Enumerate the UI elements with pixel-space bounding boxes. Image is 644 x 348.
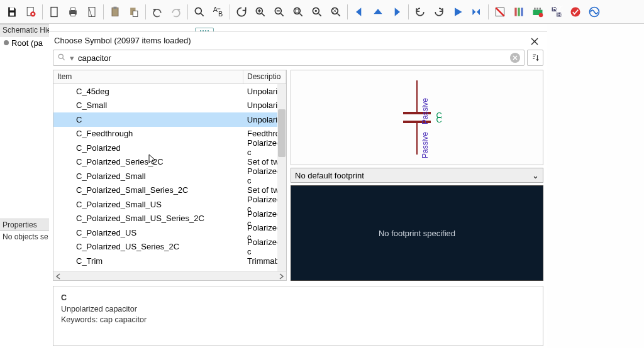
chevron-down-icon: ⌄ [532,171,539,180]
svg-point-4 [32,13,34,14]
hierarchy-root-row[interactable]: Root (pa [0,36,49,49]
scroll-left-icon[interactable] [55,273,62,280]
pin-label-bottom: C [436,115,442,124]
erc-icon[interactable] [491,3,509,21]
main-toolbar: AB R??R42 [0,0,644,24]
footprint-view-placeholder: No footprint specified [379,229,455,238]
erc-check-icon[interactable] [567,3,584,21]
column-header-description[interactable]: Descriptio [243,70,286,84]
redo-icon[interactable] [167,3,185,21]
symbol-row-name: C_Polarized_Small_US [53,200,243,209]
hierarchy-panel-header[interactable]: Schematic Hierarchy [0,24,49,36]
symbol-row-name: C_Trim [53,256,243,266]
horizontal-scrollbar[interactable] [53,271,286,280]
symbol-row[interactable]: C_PolarizedPolarized c [53,141,286,155]
zoom-auto-icon[interactable] [327,3,345,21]
scrollbar-thumb[interactable] [278,109,286,157]
symbol-list: Item Descriptio C_45degUnpolarizeC_Small… [53,70,287,281]
library-icon[interactable] [510,3,528,21]
symbol-row-name: C_Polarized [53,143,243,153]
symbol-row-name: C_Polarized_Small_Series_2C [53,185,243,195]
svg-rect-1 [10,12,14,15]
refresh-icon[interactable] [233,3,250,21]
vertical-scrollbar[interactable] [277,84,286,271]
print-icon[interactable] [64,3,82,21]
hierarchy-root-label: Root (pa [11,38,43,48]
find-icon[interactable] [191,3,208,21]
sort-button[interactable] [527,50,543,66]
zoom-fit-icon[interactable] [289,3,307,21]
svg-point-14 [195,8,201,14]
nav-right-icon[interactable] [388,3,406,21]
mirror-icon[interactable] [468,3,486,21]
page-settings-icon[interactable] [22,3,40,21]
properties-panel-header[interactable]: Properties [0,219,49,231]
symbol-row[interactable]: C_TrimTrimmable [53,254,286,268]
zoom-out-icon[interactable] [270,3,288,21]
symbol-row[interactable]: CUnpolarize [53,112,286,127]
rotate-cw-icon[interactable] [430,3,448,21]
details-description: Unpolarized capacitor [61,304,535,315]
svg-rect-11 [114,6,117,8]
close-button[interactable] [526,35,543,48]
symbol-row-name: C_Polarized_Small [53,171,243,181]
list-header: Item Descriptio [53,70,286,84]
rotate-ccw-icon[interactable] [411,3,429,21]
svg-point-39 [58,54,63,58]
svg-rect-7 [71,8,75,10]
plot-icon[interactable] [83,3,101,21]
symbol-row-name: C_45deg [53,87,243,96]
choose-symbol-dialog: Choose Symbol (20997 items loaded) ▾ Ite… [49,31,547,348]
footprint-dropdown-label: No default footprint [295,171,364,180]
search-icon [57,53,66,63]
column-header-item[interactable]: Item [53,70,243,84]
page-dot-icon [4,40,9,45]
symbol-row-name: C_Polarized_US_Series_2C [53,242,243,251]
schematic-canvas[interactable] [547,24,644,348]
dialog-title: Choose Symbol (20997 items loaded) [49,32,547,48]
symbol-row-name: C [53,115,243,124]
save-icon[interactable] [3,3,21,21]
search-input[interactable] [78,53,506,63]
details-name: C [61,293,535,304]
zoom-region-icon[interactable] [308,3,326,21]
symbol-row[interactable]: C_Polarized_US_Series_2CPolarized c [53,240,286,254]
clear-search-button[interactable] [510,53,520,63]
nav-up-icon[interactable] [369,3,387,21]
capacitor-symbol: Passive C C Passive [403,80,431,155]
symbol-row[interactable]: C_45degUnpolarize [53,84,286,99]
scroll-right-icon[interactable] [277,273,285,280]
pin-type-top: Passive [421,98,430,124]
svg-rect-26 [518,8,519,16]
symbol-row-name: C_Polarized_Series_2C [53,157,243,166]
filter-chevron-icon[interactable]: ▾ [70,53,74,63]
footprint-dropdown[interactable]: No default footprint ⌄ [291,168,543,183]
left-panels: Schematic Hierarchy Root (pa Properties … [0,24,49,348]
run-icon[interactable] [449,3,467,21]
pin-type-bottom: Passive [421,132,430,158]
undo-icon[interactable] [148,3,166,21]
svg-rect-10 [112,8,118,16]
svg-rect-27 [521,8,523,16]
symbol-preview[interactable]: Passive C C Passive [291,70,543,165]
svg-point-32 [539,13,543,17]
svg-rect-13 [133,11,138,16]
svg-text:B: B [218,9,223,17]
preview-pane: Passive C C Passive No default footprint… [291,70,543,281]
footprint-wizard-icon[interactable] [529,3,547,21]
annotate-icon[interactable]: R??R42 [548,3,565,21]
paste-icon[interactable] [125,3,143,21]
clipboard-icon[interactable] [106,3,124,21]
svg-rect-5 [51,7,57,16]
nav-left-icon[interactable] [350,3,368,21]
simulator-icon[interactable] [586,3,603,21]
find-replace-icon[interactable]: AB [209,3,227,21]
symbol-row[interactable]: C_Polarized_SmallPolarized c [53,169,286,183]
svg-point-37 [571,7,580,16]
zoom-in-icon[interactable] [252,3,269,21]
svg-rect-0 [10,7,14,10]
svg-rect-8 [71,13,75,16]
footprint-3d-view[interactable]: No footprint specified [291,185,543,281]
symbol-row[interactable]: C_SmallUnpolarize [53,99,286,113]
page-icon[interactable] [45,3,63,21]
